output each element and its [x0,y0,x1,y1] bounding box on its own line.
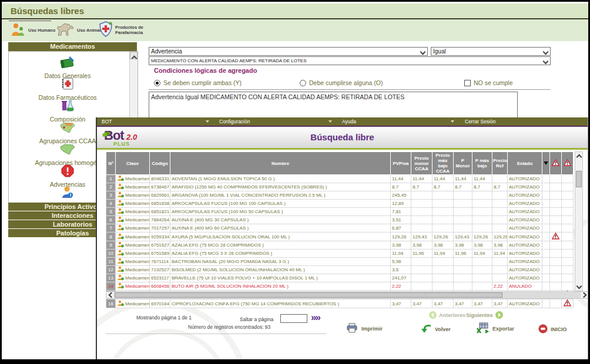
row-p-menor [454,266,472,274]
table-vertical-scrollbar[interactable] [575,151,583,291]
chevron-down-icon [420,49,426,55]
table-row[interactable]: 5Medicamento6851821ARKOCAPSULAS FUCUS (1… [106,208,574,216]
filter-icon[interactable] [542,152,550,175]
scroll-left-icon[interactable] [106,292,114,298]
row-nombre: AUXINA E (400 MG 60 CAPSULAS ) [170,224,391,232]
volver-button[interactable]: Volver [420,323,451,335]
menu-dropdown-icon[interactable] [206,120,209,123]
medicamento-icon [117,250,124,257]
row-number: 9 [106,241,116,250]
col-estado[interactable]: Estado [508,152,542,175]
field-select[interactable]: Advertencia [149,47,428,56]
chevron-down-icon [543,49,549,55]
col-clase[interactable]: Clase [116,152,150,175]
table-row[interactable]: 14Medicamento6608456BUTO AIR (5 MG/ML SO… [106,282,574,291]
radio-or[interactable]: Debe cumplirse alguna (O) [300,79,383,86]
imprimir-button[interactable]: Imprimir [347,323,383,334]
export-spreadsheet-icon [476,322,490,335]
row-estado: AUTORIZADO [508,250,542,258]
value-select[interactable]: MEDICAMENTO CON ALERTA CALIDAD AEMPS: RE… [149,56,551,65]
warning-triangle-icon [550,232,562,241]
menu-dropdown-icon[interactable] [328,120,332,123]
menu-dropdown-icon[interactable] [451,120,454,123]
table-row[interactable]: 1Medicamento8046331ADVENTAN (1 MG/G EMUL… [106,175,574,183]
col-precio-ref[interactable]: Precio Ref [492,152,508,175]
col-numero[interactable]: Nº [106,152,116,175]
table-row[interactable]: 9Medicamento6751527AZALIA EFG (75 MCG 28… [106,241,574,250]
table-row[interactable]: 10Medicamento6751589AZALIA EFG (75 MCG 3… [106,250,574,258]
table-row[interactable]: 16Medicamento6970164CIPROFLOXACINO CINFA… [106,299,574,308]
row-p-mas-bajo: 129,26 [472,232,492,241]
scroll-up-icon[interactable] [130,52,138,59]
table-row[interactable]: 11Medicamento7671114BACTROBAN NASAL (20 … [106,258,574,266]
sidebar-header-medicamentos[interactable]: Medicamentos [8,42,137,51]
row-clase: Medicamento [116,299,150,308]
row-estado: AUTORIZADO [508,232,542,241]
book-green-icon [59,61,76,71]
toolbar-label: Productos de Parafarmacia [115,25,152,35]
footer-divider [106,333,326,334]
table-horizontal-scrollbar[interactable] [106,291,588,299]
checkbox-no[interactable]: NO se cumple [464,79,513,86]
col-p-menor[interactable]: P Menor [454,152,472,175]
row-warning-2 [562,274,574,282]
scroll-thumb[interactable] [115,292,502,298]
row-precio-menor-ccaa [411,282,433,291]
row-precio-mas-bajo-ccaa: 129,26 [433,232,454,241]
inicio-button[interactable]: Inicio [538,324,567,335]
row-number: 8 [106,232,116,241]
table-row[interactable]: 3Medicamento6829561ARGANOVA (100 MG/ML 1… [106,191,574,200]
table-row[interactable]: 13Medicamento6523117BRAVELLE (75 UI 10 V… [106,274,574,282]
operator-select[interactable]: Igual [431,47,551,56]
col-p-mas-bajo[interactable]: P más bajo [472,152,492,175]
row-nombre: ARAFISIO (1250 MG 40 COMPRIMIDOS EFERVES… [170,183,391,191]
col-codigo[interactable]: Código [150,152,170,175]
table-header-row: Nº Clase Código Nombre PVPiva Precio men… [106,152,574,175]
radio-and[interactable]: Se deben cumplir ambas (Y) [154,79,242,86]
scroll-right-icon[interactable] [581,292,588,298]
radio-icon[interactable] [300,80,306,86]
anteriores-button[interactable]: Anteriores [429,311,465,319]
table-row[interactable]: 7Medicamento7017257AUXINA E (400 MG 60 C… [106,224,574,232]
row-pvpiva: 5,98 [391,258,411,266]
row-estado: AUTORIZADO [508,191,542,200]
scroll-down-icon[interactable] [575,283,582,291]
back-arrow-icon [420,323,432,335]
scroll-up-icon[interactable] [575,152,582,160]
row-nombre: ARKOCAPSULAS FUCUS (100 MG 100 CAPSULAS … [170,200,391,208]
scroll-thumb[interactable] [576,171,582,187]
row-clase: Medicamento [116,216,150,224]
exportar-button[interactable]: Exportar [476,322,514,335]
col-nombre[interactable]: Nombre [170,152,391,175]
row-estado: AUTORIZADO [508,183,542,191]
col-precio-menor-ccaa[interactable]: Precio menor CCAA [411,152,433,175]
medicamento-icon [117,216,124,224]
radio-selected-icon[interactable] [154,80,160,86]
menu-cerrar-sesion[interactable]: Cerrar Sesión [465,117,495,126]
table-row[interactable]: 4Medicamento6851838ARKOCAPSULAS FUCUS (1… [106,200,574,208]
row-p-menor [454,208,472,216]
checkbox-icon[interactable] [464,80,471,86]
table-row[interactable]: 6Medicamento7864264AUXINA E (400 MG 30 C… [106,216,574,224]
sidebar-item-datos-farmaceuticos[interactable]: Datos Farmacéuticos [9,77,126,101]
row-clase: Medicamento [116,282,150,291]
col-precio-mas-bajo-ccaa[interactable]: Precio más bajo CCAA [433,152,454,175]
jump-go-button[interactable]: »» [311,314,320,322]
row-warning-1 [550,191,562,200]
table-row[interactable]: 2Medicamento6738467ARAFISIO (1250 MG 40 … [106,183,574,191]
toolbar-item-uso-humano[interactable]: Uso Humano [11,22,60,39]
toolbar-item-parafarmacia[interactable]: Productos de Parafarmacia [99,21,152,39]
col-pvpiva[interactable]: PVPiva [391,152,411,175]
row-clase: Medicamento [116,232,150,241]
results-window: BOT Configuración Ayuda Cerrar Sesión Bo… [96,117,588,359]
menu-configuracion[interactable]: Configuración [219,117,250,126]
sidebar-item-datos-generales[interactable]: Datos Generales [9,55,126,79]
menu-bot[interactable]: BOT [102,117,112,126]
siguientes-button[interactable]: Siguientes [466,311,503,319]
menu-ayuda[interactable]: Ayuda [342,117,356,126]
row-estado: AUTORIZADO [508,224,542,232]
row-warning-1 [550,274,562,282]
jump-page-input[interactable] [280,314,307,323]
table-row[interactable]: 8Medicamento9259334AXURA (5 MG/PULSACION… [106,232,574,241]
table-row[interactable]: 12Medicamento7192527BISOLMED (2 MG/ML SO… [106,266,574,274]
